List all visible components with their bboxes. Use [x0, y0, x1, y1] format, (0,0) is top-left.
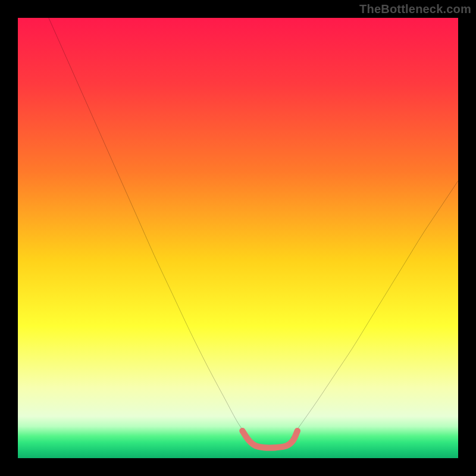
- curve-layer: [18, 18, 458, 458]
- bottleneck-curve-left: [49, 18, 249, 439]
- chart-frame: TheBottleneck.com: [0, 0, 476, 476]
- plot-area: [18, 18, 458, 458]
- bottleneck-curve-right: [291, 181, 458, 439]
- watermark-text: TheBottleneck.com: [359, 2, 471, 16]
- optimal-band: [242, 431, 298, 447]
